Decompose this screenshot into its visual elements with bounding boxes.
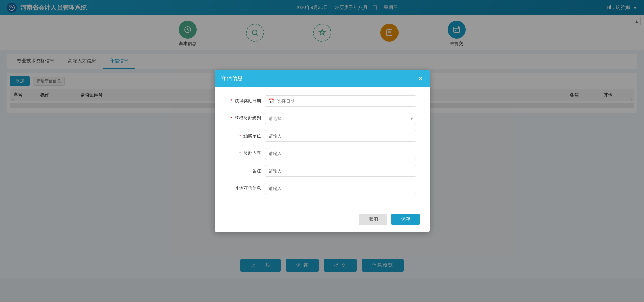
label-award-unit: * 颁奖单位 <box>228 133 265 139</box>
other-credit-input[interactable] <box>265 183 416 194</box>
modal-close-button[interactable]: ✕ <box>418 76 423 82</box>
field-other-credit: 其他守信信息 <box>228 183 416 194</box>
required-star-1: * <box>231 98 232 103</box>
label-award-date: * 获得奖励日期 <box>228 98 265 104</box>
date-input-wrap: 📅 <box>265 95 416 107</box>
modal-dialog: 守信信息 ✕ * 获得奖励日期 📅 * 获得奖励级别 <box>215 70 430 232</box>
modal-save-button[interactable]: 保存 <box>391 214 420 225</box>
award-level-select[interactable]: 请选择... <box>265 113 416 124</box>
field-award-content: * 奖励内容 <box>228 148 416 159</box>
award-content-input[interactable] <box>265 148 416 159</box>
label-remark: 备注 <box>228 168 265 174</box>
modal-header: 守信信息 ✕ <box>215 70 430 87</box>
modal-footer: 取消 保存 <box>215 209 430 232</box>
field-award-unit: * 颁奖单位 <box>228 130 416 142</box>
calendar-icon: 📅 <box>268 98 274 104</box>
remark-input[interactable] <box>265 165 416 177</box>
field-award-date: * 获得奖励日期 📅 <box>228 95 416 107</box>
select-wrap-level: 请选择... ▾ <box>265 113 416 124</box>
required-star-2: * <box>231 116 232 121</box>
required-star-4: * <box>239 151 241 156</box>
award-unit-input[interactable] <box>265 130 416 142</box>
modal-overlay: 守信信息 ✕ * 获得奖励日期 📅 * 获得奖励级别 <box>0 0 644 302</box>
label-award-content: * 奖励内容 <box>228 150 265 156</box>
modal-body: * 获得奖励日期 📅 * 获得奖励级别 请选择... ▾ <box>215 87 430 209</box>
modal-cancel-button[interactable]: 取消 <box>359 214 387 225</box>
modal-title: 守信信息 <box>221 75 243 82</box>
field-remark: 备注 <box>228 165 416 177</box>
required-star-3: * <box>239 133 241 138</box>
label-other-credit: 其他守信信息 <box>228 185 265 191</box>
award-date-input[interactable] <box>265 95 416 107</box>
label-award-level: * 获得奖励级别 <box>228 115 265 121</box>
field-award-level: * 获得奖励级别 请选择... ▾ <box>228 113 416 124</box>
